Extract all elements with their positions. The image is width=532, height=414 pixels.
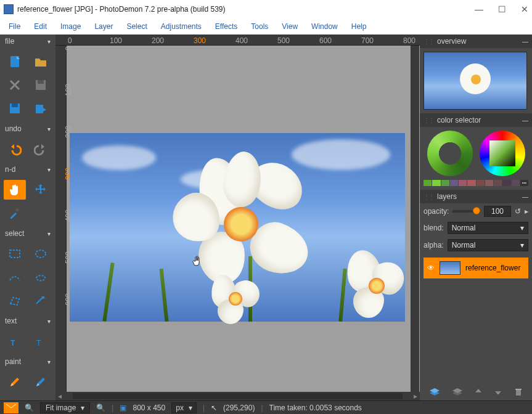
text-tool-button[interactable]: T — [4, 331, 26, 351]
maximize-button[interactable]: ☐ — [498, 4, 506, 14]
layer-row[interactable]: 👁 reference_flower — [424, 258, 528, 278]
scrollbar-horizontal[interactable]: ◂ ▸ — [55, 392, 420, 400]
opacity-reset-icon[interactable]: ↺ — [515, 207, 521, 216]
chevron-down-icon: ▾ — [47, 166, 51, 173]
opacity-slider[interactable] — [452, 210, 480, 213]
ellipse-select-button[interactable] — [30, 244, 52, 264]
scroll-left-icon[interactable]: ◂ — [55, 392, 64, 400]
zoom-out-button[interactable]: 🔍 — [25, 404, 34, 412]
swatch[interactable] — [441, 180, 449, 186]
wand-select-button[interactable] — [30, 291, 52, 310]
swatch-more[interactable]: ••• — [520, 180, 528, 186]
opacity-input[interactable]: 100 — [484, 206, 511, 217]
visibility-icon[interactable]: 👁 — [427, 264, 435, 272]
unit-select[interactable]: px ▾ — [171, 402, 197, 413]
layer-down-button[interactable] — [493, 387, 503, 397]
new-file-button[interactable] — [4, 52, 26, 71]
open-file-button[interactable] — [30, 52, 52, 71]
image-info-icon[interactable]: ▣ — [120, 404, 126, 412]
hand-tool-button[interactable] — [4, 180, 26, 200]
section-nav[interactable]: n-d ▾ — [0, 163, 55, 176]
menu-adjustments[interactable]: Adjustments — [155, 20, 208, 33]
redo-button[interactable] — [30, 139, 52, 159]
section-paint[interactable]: paint ▾ — [0, 355, 55, 368]
swatch[interactable] — [485, 180, 493, 186]
add-layer-button[interactable] — [428, 387, 441, 397]
swatch[interactable] — [494, 180, 502, 186]
alpha-value: Normal — [452, 241, 476, 250]
section-text[interactable]: text ▾ — [0, 314, 55, 328]
delete-layer-button[interactable] — [514, 387, 523, 397]
move-tool-button[interactable] — [30, 180, 52, 200]
menu-window[interactable]: Window — [305, 20, 344, 33]
scroll-right-icon[interactable]: ▸ — [411, 392, 420, 400]
opacity-label: opacity: — [424, 207, 449, 216]
swatch[interactable] — [477, 180, 485, 186]
color-wheel[interactable] — [480, 131, 525, 176]
poly-select-button[interactable] — [4, 291, 26, 310]
rect-select-button[interactable] — [4, 244, 26, 264]
menu-view[interactable]: View — [276, 20, 304, 33]
blend-label: blend: — [424, 224, 444, 232]
menu-file[interactable]: File — [2, 20, 27, 33]
swatch[interactable] — [432, 180, 440, 186]
swatch[interactable] — [512, 180, 520, 186]
text-fancy-tool-button[interactable]: T — [30, 331, 52, 351]
overview-thumbnail[interactable] — [424, 52, 527, 110]
layer-list: 👁 reference_flower — [420, 254, 532, 383]
grip-icon: ⋮⋮ — [424, 38, 433, 45]
swatch[interactable] — [502, 180, 510, 186]
panel-layers-header[interactable]: ⋮⋮ layers — — [420, 190, 532, 203]
opacity-menu-icon[interactable]: ▸ — [525, 207, 528, 216]
collapse-icon[interactable]: — — [522, 117, 528, 124]
layer-up-button[interactable] — [473, 387, 483, 397]
collapse-icon[interactable]: — — [522, 193, 528, 200]
panel-color-header[interactable]: ⋮⋮ color selector — — [420, 113, 532, 127]
panel-color-title: color selector — [437, 116, 518, 124]
scrollbar-vertical[interactable] — [411, 46, 419, 392]
pencil-tool-button[interactable] — [4, 372, 26, 392]
save-file-button[interactable] — [30, 75, 52, 95]
duplicate-layer-button[interactable] — [451, 387, 464, 397]
menu-help[interactable]: Help — [345, 20, 373, 33]
section-select[interactable]: select ▾ — [0, 227, 55, 240]
export-button[interactable] — [30, 99, 52, 118]
menu-effects[interactable]: Effects — [209, 20, 243, 33]
messages-button[interactable] — [4, 402, 18, 413]
collapse-icon[interactable]: — — [522, 38, 528, 45]
save-as-button[interactable] — [4, 99, 26, 118]
grip-icon: ⋮⋮ — [424, 117, 433, 124]
section-file[interactable]: file ▾ — [0, 34, 55, 48]
panel-overview-header[interactable]: ⋮⋮ overview — — [420, 34, 532, 48]
close-file-button[interactable] — [4, 75, 26, 95]
lasso-select-button[interactable] — [30, 267, 52, 287]
menu-select[interactable]: Select — [120, 20, 153, 33]
alpha-mode-select[interactable]: Normal ▾ — [448, 239, 528, 251]
swatch[interactable] — [450, 180, 458, 186]
undo-button[interactable] — [4, 139, 26, 159]
menu-layer[interactable]: Layer — [88, 20, 119, 33]
measure-tool-button[interactable] — [30, 203, 52, 223]
ruler-vertical[interactable]: 0 100 200 300 400 500 600 — [55, 46, 67, 392]
menu-edit[interactable]: Edit — [28, 20, 53, 33]
brush-tool-button[interactable] — [30, 372, 52, 392]
close-button[interactable]: ✕ — [521, 4, 528, 14]
blend-mode-select[interactable]: Normal ▾ — [448, 222, 528, 234]
undo-tools — [0, 136, 55, 163]
menu-tools[interactable]: Tools — [245, 20, 274, 33]
line-select-button[interactable] — [4, 267, 26, 287]
section-undo[interactable]: undo ▾ — [0, 122, 55, 136]
zoom-select[interactable]: Fit image ▾ — [40, 402, 90, 413]
ruler-horizontal[interactable]: 0 100 200 300 400 500 600 700 800 — [55, 34, 420, 46]
menu-image[interactable]: Image — [54, 20, 87, 33]
canvas[interactable] — [67, 46, 420, 392]
swatch[interactable] — [459, 180, 467, 186]
chevron-down-icon: ▾ — [47, 318, 51, 325]
hue-ring[interactable] — [427, 131, 473, 176]
swatch[interactable] — [424, 180, 432, 186]
color-picker-tool-button[interactable] — [4, 203, 26, 223]
minimize-button[interactable]: — — [475, 4, 483, 14]
zoom-in-button[interactable]: 🔍 — [96, 404, 105, 412]
file-tools — [0, 48, 55, 122]
swatch[interactable] — [467, 180, 475, 186]
